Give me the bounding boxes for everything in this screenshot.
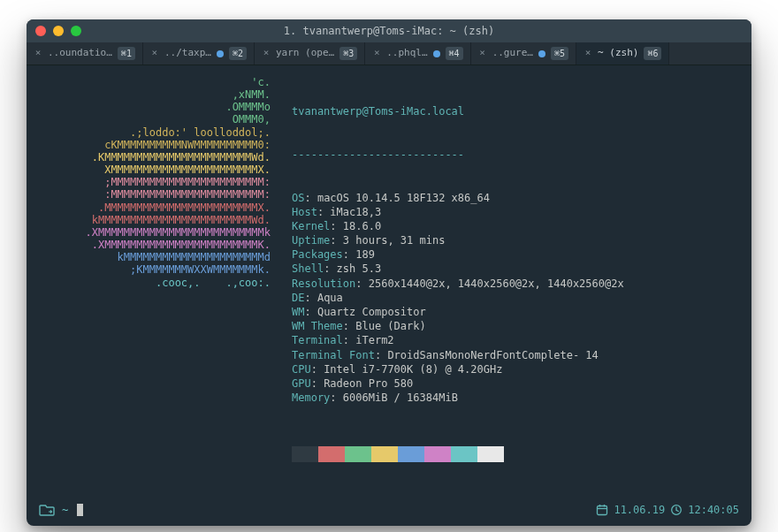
ascii-line: kMMMMMMMMMMMMMMMMMMMMMMMMWd. bbox=[41, 214, 271, 226]
traffic-lights bbox=[35, 26, 81, 36]
neofetch-ascii-logo: 'c.,xNMM..OMMMMoOMMM0,.;loddo:' loollodd… bbox=[41, 76, 271, 490]
neofetch-row: Shell: zsh 5.3 bbox=[292, 262, 624, 276]
status-bar: ~ 11.06.19 12:40:05 bbox=[27, 498, 751, 526]
ascii-line: kMMMMMMMMMMMMMMMMMMMMMMd bbox=[41, 251, 271, 263]
ascii-line: cKMMMMMMMMMMNWMMMMMMMMMM0: bbox=[41, 139, 271, 151]
neofetch-value: macOS 10.14.5 18F132 x86_64 bbox=[317, 192, 490, 204]
neofetch-row: WM: Quartz Compositor bbox=[292, 305, 624, 319]
tab-close-icon[interactable]: × bbox=[584, 47, 592, 60]
tab-5[interactable]: ×..gure…⌘5 bbox=[471, 42, 576, 65]
neofetch-key: CPU bbox=[292, 363, 311, 376]
tab-1[interactable]: ×..oundatio…⌘1 bbox=[27, 42, 143, 65]
color-swatch bbox=[451, 446, 477, 462]
neofetch-key: WM bbox=[292, 306, 304, 318]
ascii-line: XMMMMMMMMMMMMMMMMMMMMMMMX. bbox=[41, 163, 271, 176]
neofetch-value: Blue (Dark) bbox=[355, 320, 425, 332]
neofetch-value: 6006MiB / 16384MiB bbox=[343, 391, 458, 404]
tab-label: ../taxp… bbox=[164, 47, 211, 60]
tab-close-icon[interactable]: × bbox=[262, 47, 271, 60]
color-swatch bbox=[398, 446, 424, 462]
neofetch-row: Host: iMac18,3 bbox=[292, 205, 624, 219]
color-swatches bbox=[292, 446, 624, 462]
neofetch-value: 18.6.0 bbox=[343, 220, 381, 232]
neofetch-value: zsh 5.3 bbox=[337, 262, 382, 275]
tab-label: yarn (ope… bbox=[276, 47, 334, 60]
tab-close-icon[interactable]: × bbox=[478, 47, 487, 60]
tab-activity-dot bbox=[538, 50, 545, 57]
color-swatch bbox=[345, 446, 371, 462]
color-swatch bbox=[477, 446, 504, 462]
ascii-line: .OMMMMo bbox=[41, 101, 271, 113]
status-date: 11.06.19 bbox=[614, 503, 665, 517]
neofetch-value: 3 hours, 31 mins bbox=[343, 234, 446, 247]
color-swatch bbox=[424, 446, 451, 462]
ascii-line: 'c. bbox=[41, 76, 271, 88]
tab-4[interactable]: ×..phql…⌘4 bbox=[365, 42, 470, 65]
ascii-line: .XMMMMMMMMMMMMMMMMMMMMMMMMMMk bbox=[41, 226, 271, 239]
zoom-window-button[interactable] bbox=[71, 26, 81, 36]
tab-close-icon[interactable]: × bbox=[150, 47, 159, 60]
neofetch-value: Aqua bbox=[317, 292, 343, 304]
neofetch-value: DroidSansMonoNerdFontComplete- 14 bbox=[387, 349, 598, 361]
window-title: 1. tvanantwerp@Toms-iMac: ~ (zsh) bbox=[27, 24, 751, 38]
neofetch-key: Kernel bbox=[292, 220, 330, 232]
neofetch-row: DE: Aqua bbox=[292, 291, 624, 305]
neofetch-row: CPU: Intel i7-7700K (8) @ 4.20GHz bbox=[292, 362, 624, 376]
neofetch-key: Uptime bbox=[292, 234, 330, 247]
tab-2[interactable]: ×../taxp…⌘2 bbox=[143, 42, 255, 65]
tab-label: ~ (zsh) bbox=[598, 47, 638, 60]
neofetch-key: DE bbox=[292, 292, 304, 304]
svg-rect-0 bbox=[598, 506, 607, 515]
tab-close-icon[interactable]: × bbox=[34, 47, 42, 60]
ascii-line: ;KMMMMMMMWXXWMMMMMMMk. bbox=[41, 263, 271, 276]
tab-activity-dot bbox=[433, 50, 440, 57]
folder-icon bbox=[39, 504, 55, 516]
tab-6[interactable]: ×~ (zsh)⌘6 bbox=[576, 42, 669, 65]
tab-label: ..phql… bbox=[386, 47, 427, 60]
tab-bar: ×..oundatio…⌘1×../taxp…⌘2×yarn (ope…⌘3×.… bbox=[27, 42, 751, 65]
calendar-icon bbox=[596, 504, 608, 516]
prompt[interactable]: ~ bbox=[39, 503, 83, 517]
neofetch-value: 189 bbox=[355, 248, 375, 261]
neofetch-row: Packages: 189 bbox=[292, 247, 624, 262]
tab-3[interactable]: ×yarn (ope…⌘3 bbox=[255, 42, 365, 65]
tab-close-icon[interactable]: × bbox=[372, 47, 381, 60]
neofetch-row: Resolution: 2560x1440@2x, 1440x2560@2x, … bbox=[292, 277, 624, 291]
ascii-line: .cooc,. .,coo:. bbox=[41, 277, 271, 289]
neofetch-value: 2560x1440@2x, 1440x2560@2x, 1440x2560@2x bbox=[369, 277, 624, 290]
color-swatch bbox=[371, 446, 398, 462]
cursor bbox=[77, 504, 83, 516]
neofetch-value: iTerm2 bbox=[355, 334, 393, 346]
titlebar: 1. tvanantwerp@Toms-iMac: ~ (zsh) bbox=[27, 19, 751, 42]
tab-activity-dot bbox=[217, 50, 224, 57]
neofetch-key: OS bbox=[292, 192, 304, 204]
ascii-line: ;MMMMMMMMMMMMMMMMMMMMMMMM: bbox=[41, 176, 271, 188]
neofetch-row: OS: macOS 10.14.5 18F132 x86_64 bbox=[292, 191, 624, 205]
neofetch-row: Kernel: 18.6.0 bbox=[292, 219, 624, 233]
ascii-line: ,xNMM. bbox=[41, 88, 271, 101]
neofetch-key: GPU bbox=[292, 377, 311, 390]
ascii-line: OMMM0, bbox=[41, 113, 271, 125]
neofetch-key: Memory bbox=[292, 391, 330, 404]
tab-label: ..oundatio… bbox=[48, 47, 112, 60]
neofetch-row: Uptime: 3 hours, 31 mins bbox=[292, 233, 624, 247]
neofetch-rule: --------------------------- bbox=[292, 148, 624, 162]
neofetch-value: iMac18,3 bbox=[330, 206, 381, 218]
ascii-line: :MMMMMMMMMMMMMMMMMMMMMMMM: bbox=[41, 188, 271, 201]
terminal-body[interactable]: 'c.,xNMM..OMMMMoOMMM0,.;loddo:' loollodd… bbox=[27, 65, 751, 498]
tab-shortcut: ⌘1 bbox=[118, 47, 135, 61]
neofetch-row: Memory: 6006MiB / 16384MiB bbox=[292, 391, 624, 405]
minimize-window-button[interactable] bbox=[53, 26, 64, 36]
close-window-button[interactable] bbox=[35, 26, 46, 36]
neofetch-key: Resolution bbox=[292, 277, 355, 290]
ascii-line: .;loddo:' loolloddol;. bbox=[41, 126, 271, 139]
neofetch-value: Quartz Compositor bbox=[317, 306, 426, 318]
neofetch-row: Terminal Font: DroidSansMonoNerdFontComp… bbox=[292, 348, 624, 362]
neofetch-key: Shell bbox=[292, 262, 324, 275]
neofetch-row: GPU: Radeon Pro 580 bbox=[292, 376, 624, 391]
neofetch-key: Packages bbox=[292, 248, 343, 261]
tab-shortcut: ⌘2 bbox=[229, 47, 247, 61]
neofetch-row: WM Theme: Blue (Dark) bbox=[292, 319, 624, 333]
neofetch-key: Terminal Font bbox=[292, 349, 375, 361]
neofetch-value: Intel i7-7700K (8) @ 4.20GHz bbox=[324, 363, 502, 376]
